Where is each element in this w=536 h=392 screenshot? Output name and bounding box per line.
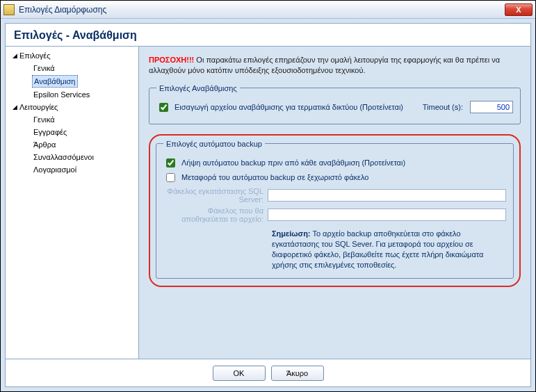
cancel-button[interactable]: Άκυρο	[271, 366, 324, 381]
tree-item-epsilon-services[interactable]: Epsilon Services	[6, 88, 138, 101]
tree-item-articles[interactable]: Άρθρα	[6, 138, 138, 151]
timeout-input[interactable]	[470, 101, 513, 113]
input-backup-target-folder[interactable]	[268, 209, 506, 221]
warning-body: Οι παρακάτω επιλογές επηρεάζουν την ομαλ…	[149, 56, 500, 74]
group-legend: Επιλογές αυτόματου backup	[163, 140, 265, 148]
group-legend: Επιλογές Αναβάθμισης	[156, 84, 240, 92]
note-prefix: Σημείωση:	[272, 229, 311, 238]
tree-label: Γενικά	[32, 114, 56, 125]
page-title: Επιλογές - Αναβάθμιση	[6, 24, 530, 47]
tree-label: Συναλλασσόμενοι	[32, 152, 95, 163]
chk-import-upgrade-file[interactable]	[159, 103, 168, 112]
tree-label: Λογαριασμοί	[32, 164, 78, 175]
nav-tree: ◢ Επιλογές Γενικά Αναβάθμιση Epsilon Ser…	[6, 47, 139, 359]
tree-item-records[interactable]: Εγγραφές	[6, 126, 138, 138]
app-icon	[3, 4, 15, 15]
warning-prefix: ΠΡΟΣΟΧΗ!!!	[149, 56, 194, 64]
chk-label: Εισαγωγή αρχείου αναβάθμισης για τερματι…	[174, 103, 403, 111]
chk-move-backup-to-folder[interactable]	[166, 173, 175, 182]
tree-label: Εγγραφές	[32, 126, 68, 138]
tree-label: Epsilon Services	[32, 89, 91, 100]
backup-note: Σημείωση: Το αρχείο backup αποθηκεύεται …	[272, 229, 506, 270]
dialog-footer: OK Άκυρο	[6, 359, 530, 386]
close-button[interactable]: X	[505, 3, 533, 16]
timeout-label: Timeout (s):	[423, 103, 463, 111]
tree-item-accounts[interactable]: Λογαριασμοί	[6, 163, 138, 176]
titlebar: Επιλογές Διαμόρφωσης X	[1, 1, 535, 19]
label-backup-target-folder: Φάκελος που θα αποθηκεύεται το αρχείο:	[163, 206, 268, 223]
tree-item-general[interactable]: Γενικά	[6, 62, 138, 74]
caret-down-icon: ◢	[11, 50, 18, 61]
chk-take-backup-before-upgrade[interactable]	[166, 158, 175, 168]
label-sql-install-folder: Φάκελος εγκατάστασης SQL Server:	[163, 187, 268, 204]
tree-item-func-general[interactable]: Γενικά	[6, 113, 138, 126]
content-panel: ΠΡΟΣΟΧΗ!!! Οι παρακάτω επιλογές επηρεάζο…	[139, 47, 530, 359]
tree-label: Επιλογές	[18, 50, 52, 61]
tree-item-partners[interactable]: Συναλλασσόμενοι	[6, 151, 138, 163]
chk-label: Μεταφορά του αυτόματου backup σε ξεχωρισ…	[181, 173, 368, 181]
tree-item-upgrade[interactable]: Αναβάθμιση	[6, 74, 138, 88]
window-title: Επιλογές Διαμόρφωσης	[19, 5, 505, 15]
ok-button[interactable]: OK	[213, 366, 266, 381]
tree-label: Λειτουργίες	[18, 101, 59, 113]
input-sql-install-folder[interactable]	[268, 189, 506, 202]
tree-group-options[interactable]: ◢ Επιλογές	[6, 49, 138, 62]
group-auto-backup: Επιλογές αυτόματου backup Λήψη αυτόματου…	[156, 140, 514, 279]
chk-label: Λήψη αυτόματου backup πριν από κάθε αναβ…	[181, 158, 405, 167]
caret-down-icon: ◢	[11, 101, 18, 113]
inner-panel: Επιλογές - Αναβάθμιση ◢ Επιλογές Γενικά …	[5, 23, 531, 387]
tree-label: Αναβάθμιση	[32, 75, 78, 88]
warning-text: ΠΡΟΣΟΧΗ!!! Οι παρακάτω επιλογές επηρεάζο…	[149, 55, 521, 76]
highlight-frame: Επιλογές αυτόματου backup Λήψη αυτόματου…	[149, 134, 521, 288]
tree-label: Γενικά	[32, 63, 56, 74]
group-upgrade-options: Επιλογές Αναβάθμισης Εισαγωγή αρχείου αν…	[149, 84, 521, 124]
body-split: ◢ Επιλογές Γενικά Αναβάθμιση Epsilon Ser…	[6, 47, 530, 359]
tree-group-functions[interactable]: ◢ Λειτουργίες	[6, 101, 138, 113]
tree-label: Άρθρα	[32, 139, 57, 150]
close-icon: X	[516, 6, 521, 14]
window-frame: Επιλογές Διαμόρφωσης X Επιλογές - Αναβάθ…	[0, 0, 536, 392]
